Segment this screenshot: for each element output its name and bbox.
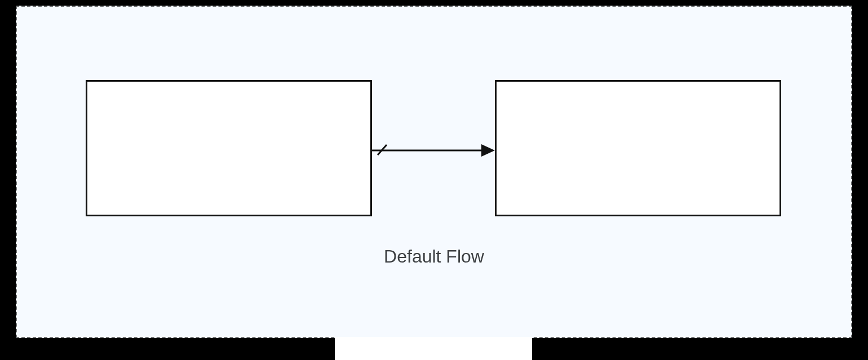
diagram-caption: Default Flow (17, 246, 851, 267)
flow-node-a[interactable] (86, 80, 372, 216)
flow-node-b[interactable] (495, 80, 781, 216)
footer-tab (335, 337, 532, 360)
svg-marker-2 (481, 144, 495, 157)
diagram-canvas: Default Flow (16, 6, 852, 338)
default-flow-connector (372, 136, 495, 165)
svg-line-1 (378, 145, 387, 155)
